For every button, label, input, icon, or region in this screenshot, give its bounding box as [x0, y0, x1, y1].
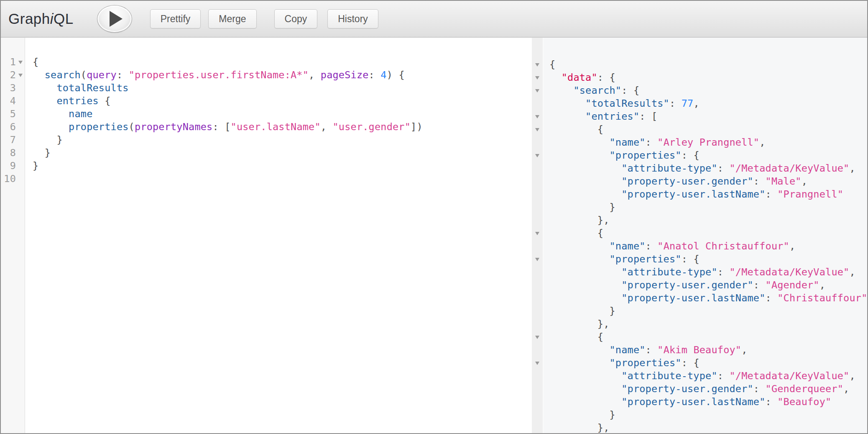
- toolbar-button-history[interactable]: History: [327, 9, 378, 28]
- workspace: 12345678910 { search(query: "properties.…: [1, 38, 867, 433]
- toolbar: GraphiQL PrettifyMergeCopyHistory: [1, 1, 867, 38]
- result-code-line: "properties": {: [549, 253, 867, 266]
- query-code-line: {: [33, 56, 532, 69]
- query-code-line: [33, 172, 532, 185]
- logo-text-i: i: [50, 10, 54, 27]
- result-code-line: "name": "Akim Beaufoy",: [549, 344, 867, 357]
- result-code-line: "property-user.lastName": "Beaufoy": [549, 395, 867, 408]
- result-code-line: }: [549, 305, 867, 318]
- query-code-line: search(query: "properties.user.firstName…: [33, 69, 532, 82]
- line-number: 7: [1, 134, 16, 146]
- query-code-line: }: [33, 146, 532, 159]
- fold-marker-icon[interactable]: [535, 76, 539, 80]
- query-editor-pane: 12345678910 { search(query: "properties.…: [1, 38, 532, 433]
- fold-marker-icon[interactable]: [535, 258, 539, 261]
- fold-marker-icon[interactable]: [18, 74, 23, 77]
- result-code-line: "search": {: [549, 84, 867, 97]
- app-logo: GraphiQL: [8, 10, 74, 27]
- result-code-line: "entries": [: [549, 110, 867, 123]
- result-code-line: },: [549, 214, 867, 227]
- result-code-line: "attribute-type": "/Metadata/KeyValue",: [549, 162, 867, 175]
- fold-marker-icon[interactable]: [535, 89, 539, 92]
- fold-marker-icon[interactable]: [535, 115, 539, 118]
- result-code-line: "name": "Anatol Christauffour",: [549, 240, 867, 253]
- query-editor[interactable]: { search(query: "properties.user.firstNa…: [25, 38, 532, 433]
- line-number: 3: [1, 82, 16, 95]
- result-code-line: "properties": {: [549, 149, 867, 162]
- line-number: 10: [1, 172, 16, 185]
- toolbar-button-copy[interactable]: Copy: [274, 9, 318, 28]
- result-code-line: {: [549, 331, 867, 344]
- result-viewer[interactable]: { "data": { "search": { "totalResults": …: [544, 38, 867, 433]
- query-code-line: name: [33, 108, 532, 121]
- result-code-line: {: [549, 227, 867, 240]
- result-viewer-gutter: [532, 38, 544, 433]
- play-icon: [110, 11, 123, 27]
- logo-text-graph: Graph: [8, 10, 50, 27]
- result-code-line: "attribute-type": "/Metadata/KeyValue",: [549, 266, 867, 279]
- query-code-line: }: [33, 134, 532, 146]
- result-code-line: {: [549, 58, 867, 71]
- line-number: 6: [1, 121, 16, 134]
- query-editor-gutter: 12345678910: [1, 38, 25, 433]
- line-number: 8: [1, 146, 16, 159]
- result-code-line: }: [549, 201, 867, 214]
- fold-marker-icon[interactable]: [535, 336, 539, 339]
- fold-marker-icon[interactable]: [535, 232, 539, 235]
- fold-marker-icon[interactable]: [535, 154, 539, 157]
- result-code-line: "property-user.gender": "Genderqueer",: [549, 383, 867, 395]
- logo-text-ql: QL: [54, 10, 74, 27]
- query-code-line: entries {: [33, 95, 532, 108]
- result-code-line: "attribute-type": "/Metadata/KeyValue",: [549, 370, 867, 383]
- toolbar-button-prettify[interactable]: Prettify: [150, 9, 201, 28]
- result-code-line: "totalResults": 77,: [549, 97, 867, 110]
- result-code-line: "properties": {: [549, 357, 867, 370]
- result-pane: { "data": { "search": { "totalResults": …: [532, 38, 867, 433]
- result-code-line: {: [549, 123, 867, 136]
- toolbar-button-merge[interactable]: Merge: [208, 9, 256, 28]
- result-code-line: "property-user.lastName": "Prangnell": [549, 188, 867, 201]
- line-number: 5: [1, 108, 16, 121]
- result-code-line: "data": {: [549, 71, 867, 84]
- query-code-line: properties(propertyNames: ["user.lastNam…: [33, 121, 532, 134]
- fold-marker-icon[interactable]: [18, 61, 23, 64]
- toolbar-button-group: PrettifyMergeCopyHistory: [132, 9, 378, 28]
- graphiql-window: GraphiQL PrettifyMergeCopyHistory 123456…: [0, 0, 868, 434]
- result-code-line: "property-user.lastName": "Christauffour…: [549, 292, 867, 305]
- line-number: 9: [1, 159, 16, 172]
- result-code-line: "property-user.gender": "Male",: [549, 175, 867, 188]
- fold-marker-icon[interactable]: [535, 63, 539, 67]
- fold-marker-icon[interactable]: [535, 128, 539, 131]
- result-code-line: },: [549, 318, 867, 331]
- execute-button[interactable]: [97, 5, 132, 33]
- result-code-line: "property-user.gender": "Agender",: [549, 279, 867, 292]
- fold-marker-icon[interactable]: [535, 362, 539, 365]
- line-number: 1: [1, 56, 16, 69]
- result-code-line: }: [549, 408, 867, 421]
- line-number: 4: [1, 95, 16, 108]
- query-code-line: totalResults: [33, 82, 532, 95]
- query-code-line: }: [33, 159, 532, 172]
- line-number: 2: [1, 69, 16, 82]
- result-code-line: "name": "Arley Prangnell",: [549, 136, 867, 149]
- result-code-line: },: [549, 421, 867, 433]
